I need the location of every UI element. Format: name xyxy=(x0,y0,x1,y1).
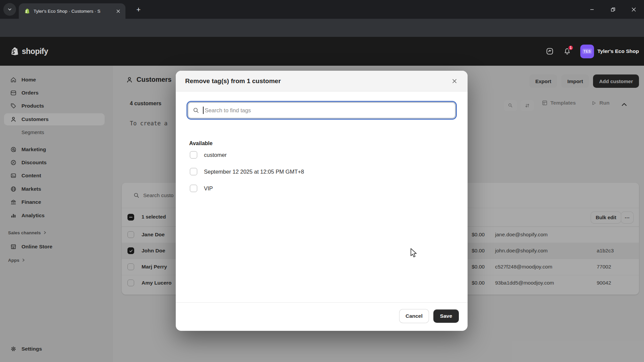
restore-icon xyxy=(610,7,615,12)
tag-checkbox[interactable] xyxy=(190,185,197,192)
store-name[interactable]: Tyler's Eco Shop xyxy=(597,48,639,54)
tag-label: customer xyxy=(204,152,227,158)
footer-buttons: Cancel Save xyxy=(399,309,459,323)
chevron-down-icon xyxy=(7,7,12,12)
modal-title: Remove tag(s) from 1 customer xyxy=(185,77,449,85)
save-button[interactable]: Save xyxy=(433,309,459,323)
inbox-button[interactable] xyxy=(543,44,557,58)
new-tab-button[interactable]: + xyxy=(133,5,144,15)
window-minimize-button[interactable] xyxy=(582,0,602,19)
tag-label: VIP xyxy=(204,185,213,192)
tag-label: September 12 2025 at 12:05 PM GMT+8 xyxy=(204,169,304,175)
tag-search-field[interactable] xyxy=(188,102,455,118)
mouse-cursor xyxy=(410,248,419,258)
shopify-topbar: shopify Search CTRL K 1 TES Tyler's Eco … xyxy=(0,37,644,66)
tag-option[interactable]: VIP xyxy=(190,184,213,193)
search-icon xyxy=(193,107,199,113)
minimize-icon xyxy=(590,7,594,12)
store-initials: TES xyxy=(582,49,592,54)
window-close-button[interactable] xyxy=(623,0,644,19)
tab-close-icon[interactable] xyxy=(116,9,121,14)
window-controls xyxy=(582,0,644,19)
shopify-favicon xyxy=(24,8,30,14)
remove-tags-modal: Remove tag(s) from 1 customer Available … xyxy=(176,71,468,331)
window-restore-button[interactable] xyxy=(602,0,623,19)
inbox-icon xyxy=(546,47,554,55)
notifications-button[interactable]: 1 xyxy=(560,44,574,58)
notification-count-badge: 1 xyxy=(568,45,574,51)
tag-checkbox[interactable] xyxy=(190,151,197,159)
tab-search-button[interactable] xyxy=(3,3,16,16)
modal-footer: Cancel Save xyxy=(176,302,468,331)
tag-checkbox[interactable] xyxy=(190,168,197,175)
available-section-label: Available xyxy=(189,140,213,146)
shopify-bag-icon xyxy=(10,46,19,56)
shopify-logo[interactable]: shopify xyxy=(10,37,48,66)
browser-url-bar: ← → ⟳ admin.shopify.com/store/jy63jq-dc/… xyxy=(0,19,644,37)
tag-option[interactable]: September 12 2025 at 12:05 PM GMT+8 xyxy=(190,167,304,176)
shopify-wordmark: shopify xyxy=(22,47,48,56)
tag-option[interactable]: customer xyxy=(190,150,227,160)
store-avatar[interactable]: TES xyxy=(580,45,594,58)
tab-title: Tyler's Eco Shop · Customers · S xyxy=(34,9,116,14)
cancel-button[interactable]: Cancel xyxy=(399,309,429,323)
modal-close-button[interactable] xyxy=(449,76,460,86)
close-icon xyxy=(451,78,458,84)
window-close-icon xyxy=(631,7,636,12)
topbar-right: 1 TES Tyler's Eco Shop xyxy=(543,37,639,66)
text-caret xyxy=(203,107,204,114)
browser-tab[interactable]: Tyler's Eco Shop · Customers · S xyxy=(19,3,125,19)
browser-tab-bar: Tyler's Eco Shop · Customers · S + xyxy=(0,0,644,19)
tag-search-input[interactable] xyxy=(205,107,451,114)
modal-header: Remove tag(s) from 1 customer xyxy=(176,71,468,92)
